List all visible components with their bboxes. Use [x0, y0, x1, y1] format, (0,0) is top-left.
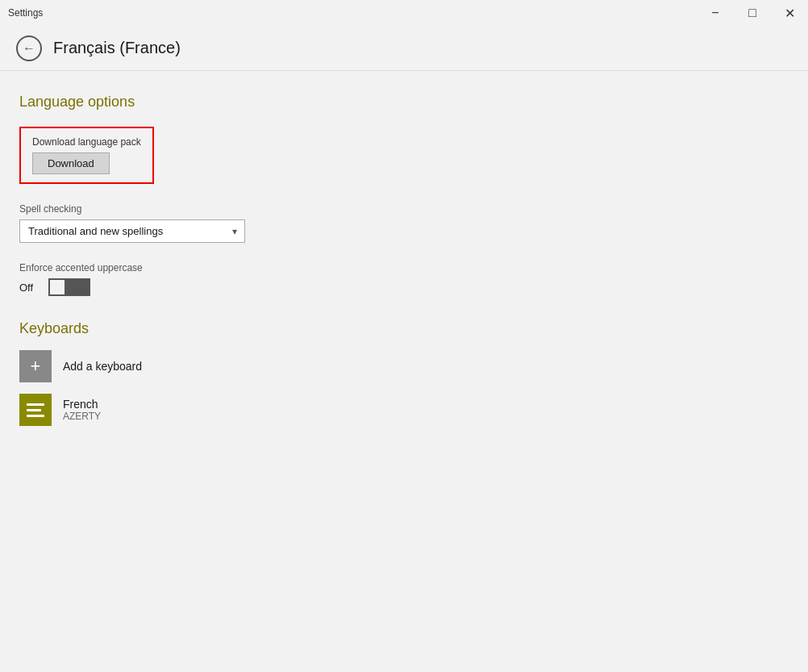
accented-uppercase-section: Enforce accented uppercase Off — [19, 262, 789, 296]
titlebar: Settings − □ ✕ — [0, 0, 808, 26]
language-options-title: Language options — [19, 94, 789, 111]
french-keyboard-item[interactable]: French AZERTY — [19, 394, 789, 426]
back-button[interactable]: ← — [16, 35, 42, 61]
minimize-button[interactable]: − — [697, 0, 734, 26]
toggle-row: Off — [19, 278, 789, 296]
maximize-button[interactable]: □ — [734, 0, 771, 26]
french-keyboard-icon-container — [19, 394, 52, 426]
page-title: Français (France) — [53, 39, 181, 57]
back-arrow-icon: ← — [23, 42, 35, 55]
keyboard-subname: AZERTY — [63, 411, 101, 422]
close-button[interactable]: ✕ — [771, 0, 808, 26]
keyboard-line-2 — [27, 409, 41, 411]
add-keyboard-icon-container: + — [19, 350, 52, 382]
add-icon: + — [19, 350, 52, 382]
download-language-pack-box: Download language pack Download — [19, 127, 154, 184]
spell-checking-dropdown[interactable]: Traditional and new spellings Traditiona… — [19, 219, 245, 243]
spell-checking-label: Spell checking — [19, 203, 789, 215]
settings-window: Settings − □ ✕ ← Français (France) Langu… — [0, 0, 808, 672]
keyboard-lines-icon — [27, 403, 44, 417]
titlebar-controls: − □ ✕ — [697, 0, 808, 26]
keyboards-title: Keyboards — [19, 320, 789, 337]
keyboard-text-group: French AZERTY — [63, 398, 101, 422]
spell-checking-dropdown-container: Traditional and new spellings Traditiona… — [19, 219, 245, 243]
keyboard-line-1 — [27, 403, 44, 406]
add-keyboard-label: Add a keyboard — [63, 360, 142, 373]
keyboard-line-3 — [27, 415, 44, 417]
add-keyboard-item[interactable]: + Add a keyboard — [19, 350, 789, 382]
toggle-state-label: Off — [19, 282, 39, 294]
toggle-thumb — [50, 280, 65, 294]
page-header: ← Français (France) — [0, 26, 808, 71]
keyboard-name: French — [63, 398, 101, 411]
download-button[interactable]: Download — [32, 152, 110, 174]
content-area: Language options Download language pack … — [0, 71, 808, 672]
toggle-switch[interactable] — [48, 278, 90, 296]
uppercase-label: Enforce accented uppercase — [19, 262, 789, 273]
download-pack-label: Download language pack — [32, 136, 141, 148]
spell-checking-section: Spell checking Traditional and new spell… — [19, 203, 789, 262]
keyboard-lang-icon — [19, 394, 52, 426]
titlebar-title: Settings — [8, 7, 43, 19]
